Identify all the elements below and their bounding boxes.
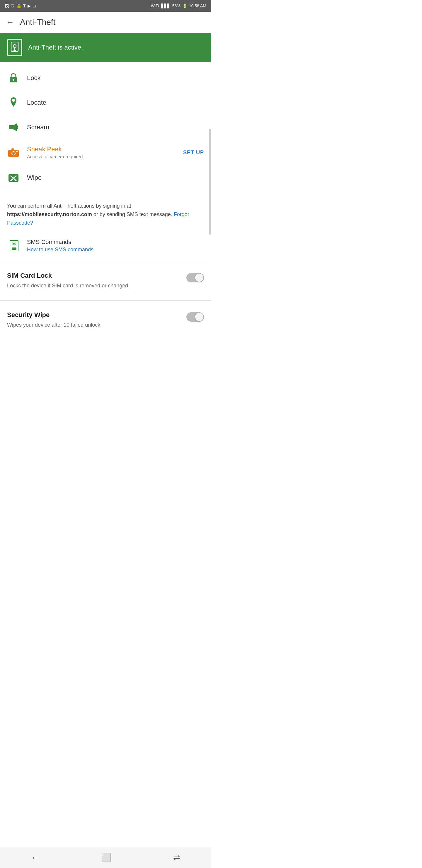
sim-card-lock-title: SIM Card Lock [7, 272, 181, 279]
sms-title: SMS Commands [27, 239, 204, 245]
battery-percent: 56% [172, 3, 181, 8]
wifi-signal-icon: 🛡 [10, 3, 15, 8]
scrollbar[interactable] [209, 129, 211, 235]
security-wipe-toggle[interactable] [186, 312, 204, 322]
menu-list: Lock Locate Scream [0, 62, 211, 193]
info-url: https://mobilesecurity.norton.com [7, 211, 92, 217]
svg-rect-15 [12, 248, 17, 250]
locate-icon [7, 96, 20, 109]
sms-how-to-link[interactable]: How to use SMS commands [27, 247, 94, 252]
sneak-peek-item-content: Sneak Peek Access to camera required [27, 146, 176, 159]
info-text-after: or by sending SMS text message. [92, 211, 174, 217]
sneak-peek-sublabel: Access to camera required [27, 154, 176, 159]
sim-card-lock-section: SIM Card Lock Locks the device if SIM ca… [0, 264, 211, 298]
wipe-item-content: Wipe [27, 174, 204, 182]
scream-label: Scream [27, 123, 49, 131]
sim-card-lock-desc: Locks the device if SIM card is removed … [7, 282, 181, 290]
menu-item-sneak-peek[interactable]: Sneak Peek Access to camera required SET… [0, 140, 211, 165]
lock-status-icon: 🔒 [17, 3, 22, 8]
scream-item-content: Scream [27, 123, 204, 131]
menu-item-locate[interactable]: Locate [0, 90, 211, 115]
svg-point-5 [12, 79, 14, 81]
info-text: You can perform all Anti-Theft actions b… [7, 202, 204, 227]
wipe-label: Wipe [27, 174, 42, 181]
setup-button[interactable]: SET UP [183, 150, 204, 156]
lock-icon [7, 71, 20, 85]
locate-item-content: Locate [27, 99, 204, 106]
svg-point-11 [17, 151, 18, 152]
menu-item-lock[interactable]: Lock [0, 66, 211, 90]
info-section: You can perform all Anti-Theft actions b… [0, 193, 211, 233]
sim-card-lock-knob [195, 274, 203, 282]
svg-point-1 [13, 44, 16, 48]
gallery-icon: 🖼 [5, 3, 9, 8]
locate-label: Locate [27, 99, 46, 106]
security-wipe-knob [195, 313, 203, 321]
battery-icon: 🔋 [182, 3, 187, 8]
camera-icon [7, 146, 20, 159]
svg-point-6 [12, 99, 15, 102]
lock-label: Lock [27, 74, 40, 82]
sms-content: SMS Commands How to use SMS commands [27, 239, 204, 253]
type-icon: T [23, 3, 26, 8]
wipe-icon [7, 171, 20, 184]
page-title: Anti-Theft [20, 18, 55, 27]
cast-icon: ⊡ [33, 3, 36, 8]
active-banner: Anti-Theft is active. [0, 33, 211, 62]
security-wipe-content: Security Wipe Wipes your device after 10… [7, 311, 186, 329]
scream-icon [7, 121, 20, 134]
youtube-icon: ▶ [28, 3, 31, 8]
menu-item-scream[interactable]: Scream [0, 115, 211, 140]
sneak-peek-label: Sneak Peek [27, 146, 176, 153]
svg-point-9 [12, 152, 15, 155]
wifi-icon: WiFi [151, 3, 159, 8]
clock: 10:58 AM [189, 3, 206, 8]
lock-item-content: Lock [27, 74, 204, 82]
security-wipe-section: Security Wipe Wipes your device after 10… [0, 303, 211, 337]
divider-2 [0, 300, 211, 301]
security-wipe-desc: Wipes your device after 10 failed unlock [7, 321, 181, 329]
status-left-icons: 🖼 🛡 🔒 T ▶ ⊡ [5, 3, 36, 8]
banner-active-text: Anti-Theft is active. [28, 44, 83, 51]
info-text-before: You can perform all Anti-Theft actions b… [7, 203, 131, 209]
sim-card-lock-content: SIM Card Lock Locks the device if SIM ca… [7, 272, 186, 290]
status-right: WiFi ▋▋▋ 56% 🔋 10:58 AM [151, 3, 206, 8]
back-button[interactable]: ← [6, 18, 14, 27]
sms-phone-icon [7, 239, 21, 253]
top-bar: ← Anti-Theft [0, 12, 211, 33]
security-wipe-title: Security Wipe [7, 311, 181, 319]
sms-commands-section: SMS Commands How to use SMS commands [0, 233, 211, 259]
sim-card-lock-toggle[interactable] [186, 273, 204, 282]
status-bar: 🖼 🛡 🔒 T ▶ ⊡ WiFi ▋▋▋ 56% 🔋 10:58 AM [0, 0, 211, 12]
svg-rect-10 [11, 148, 14, 150]
anti-theft-shield-icon [7, 39, 22, 56]
menu-item-wipe[interactable]: Wipe [0, 165, 211, 190]
signal-bars-icon: ▋▋▋ [161, 3, 170, 8]
svg-rect-2 [13, 50, 16, 51]
